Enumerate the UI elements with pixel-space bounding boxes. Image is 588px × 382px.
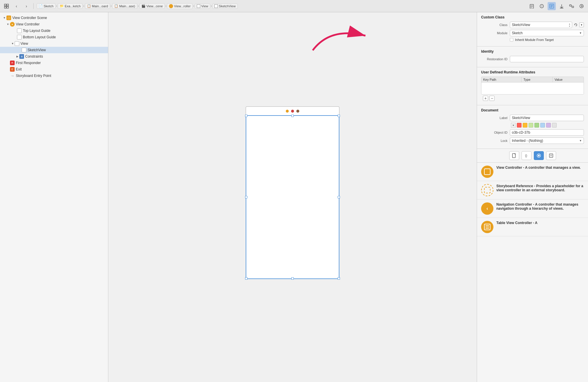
lib-tab-list[interactable] [546, 151, 556, 160]
handle-bm [291, 277, 294, 280]
lib-item-storyboard-ref[interactable]: Storyboard Reference - Provides a placeh… [477, 181, 588, 199]
iphone-screen[interactable] [246, 115, 339, 279]
udra-remove-btn[interactable]: − [489, 96, 495, 101]
chevron-icon-7: › [211, 4, 212, 8]
forward-nav-btn[interactable] [577, 2, 586, 10]
vc-label: View Controller [16, 22, 40, 26]
sidebar-item-constraints[interactable]: ⊞ Constraints [0, 53, 108, 60]
view-icon [15, 41, 19, 46]
file-inspector-btn[interactable] [528, 2, 536, 10]
scene-label: View Controller Scene [12, 16, 47, 20]
lib-tab-code[interactable]: {} [522, 151, 531, 160]
canvas-area[interactable] [108, 12, 477, 382]
constraints-arrow[interactable] [15, 54, 19, 58]
connections-btn[interactable] [568, 2, 576, 10]
breadcrumb-sketch[interactable]: 📄 Sketch [37, 3, 56, 9]
sidebar-item-exit[interactable]: E Exit [0, 66, 108, 73]
iphone-container [246, 115, 339, 279]
lib-table-vc-inner [484, 224, 490, 230]
module-row: Module Sketch ▼ [481, 30, 584, 36]
exit-label: Exit [16, 67, 22, 71]
svg-text:{}: {} [525, 154, 527, 157]
breadcrumb-mainboard[interactable]: 📋 Main...oard [85, 3, 110, 9]
scene-arrow[interactable] [2, 16, 6, 20]
breadcrumb-example[interactable]: 📁 Exa...ketch [58, 3, 83, 9]
swatch-green-light[interactable] [529, 123, 533, 128]
handle-ml [245, 196, 247, 198]
scene-icon: ⬡ [6, 16, 11, 20]
breadcrumb-sketchview[interactable]: SketchView [212, 4, 237, 9]
lib-table-vc-text: Table View Controller - A [496, 221, 584, 225]
svg-rect-2 [4, 6, 6, 8]
lock-select[interactable]: Inherited - (Nothing) ▼ [510, 137, 584, 144]
identity-inspector-btn[interactable] [548, 2, 556, 10]
breadcrumb-viewscene[interactable]: 🎬 View...cene [139, 3, 165, 9]
responder-icon: R [10, 61, 15, 65]
inherit-row: Inherit Module From Target [510, 38, 584, 42]
sidebar-item-storyboard-entry[interactable]: → Storyboard Entry Point [0, 73, 108, 79]
class-input[interactable]: SketchView ▲ ▼ [510, 22, 572, 28]
download-btn[interactable] [558, 2, 566, 10]
lib-nav-inner: ‹ [484, 205, 490, 212]
document-title: Document [481, 108, 584, 112]
object-id-input[interactable]: o3b-cD-37b [510, 129, 584, 136]
help-btn[interactable]: ? [538, 2, 546, 10]
storyboard-icon: 📋 [87, 4, 91, 8]
inherit-checkbox[interactable] [510, 38, 513, 42]
identity-section: Identity Restoration ID [477, 47, 588, 67]
swatch-blue-light[interactable] [540, 123, 545, 128]
view-arrow[interactable] [11, 42, 15, 46]
color-swatches: ✕ [511, 123, 557, 128]
breadcrumb-mainbase[interactable]: 📋 Main...ase) [112, 3, 137, 9]
udra-section: User Defined Runtime Attributes Key Path… [477, 67, 588, 105]
sidebar-item-vc[interactable]: ● View Controller [0, 21, 108, 27]
object-id-row: Object ID o3b-cD-37b [481, 129, 584, 136]
sidebar-item-first-responder[interactable]: R First Responder [0, 60, 108, 66]
grid-icon-btn[interactable] [2, 2, 11, 10]
swatch-purple-light[interactable] [546, 123, 551, 128]
first-responder-label: First Responder [16, 61, 41, 65]
vc-arrow[interactable] [6, 22, 10, 26]
doc-label-input[interactable]: SketchView [510, 115, 584, 121]
entry-icon: → [10, 73, 15, 78]
lock-row: Lock Inherited - (Nothing) ▼ [481, 137, 584, 144]
lib-item-nav-controller[interactable]: ‹ Navigation Controller - A controller t… [477, 199, 588, 218]
lib-table-vc-title: Table View Controller - A [496, 221, 584, 225]
view-label: View [20, 42, 28, 46]
doc-label-label: Label [481, 116, 507, 120]
class-row: Class SketchView ▲ ▼ ▼ [481, 22, 584, 28]
restoration-id-input[interactable] [510, 56, 584, 62]
lib-nav-text: Navigation Controller - A controller tha… [496, 202, 584, 211]
breadcrumb-viewcontroller[interactable]: View...roller [167, 3, 193, 9]
sidebar-item-top-layout[interactable]: Top Layout Guide [0, 27, 108, 34]
module-select[interactable]: Sketch ▼ [510, 30, 584, 36]
swatch-clear[interactable]: ✕ [511, 123, 516, 128]
swatch-orange[interactable] [523, 123, 527, 128]
right-toolbar: ? [528, 2, 586, 10]
lib-tab-file[interactable] [509, 151, 519, 160]
swatch-gray-light[interactable] [552, 123, 557, 128]
swatch-red[interactable] [517, 123, 522, 128]
lib-tab-circle[interactable] [534, 151, 544, 160]
back-btn[interactable]: ‹ [12, 2, 20, 10]
udra-add-btn[interactable]: + [483, 96, 488, 101]
custom-class-title: Custom Class [481, 15, 584, 19]
swatch-green[interactable] [534, 123, 539, 128]
file-icon: 📄 [39, 4, 43, 8]
lib-storyboard-icon [481, 184, 493, 196]
class-dropdown-btn[interactable]: ▼ [579, 23, 584, 27]
sidebar-item-scene[interactable]: ⬡ View Controller Scene [0, 15, 108, 21]
sidebar-item-sketchview[interactable]: SketchView [0, 47, 108, 53]
lib-item-vc[interactable]: View Controller - A controller that mana… [477, 163, 588, 181]
sidebar-item-view[interactable]: View [0, 40, 108, 47]
class-refresh-btn[interactable] [573, 23, 578, 27]
forward-btn[interactable]: › [22, 2, 30, 10]
scene-icon: 🎬 [141, 4, 146, 8]
breadcrumb-view[interactable]: View [195, 4, 210, 9]
lib-vc-icon [481, 166, 493, 178]
udra-body [481, 82, 584, 94]
sidebar-item-bottom-layout[interactable]: Bottom Layout Guide [0, 34, 108, 40]
module-label: Module [481, 31, 507, 35]
lib-item-table-vc[interactable]: Table View Controller - A [477, 218, 588, 236]
handle-br [338, 277, 340, 280]
